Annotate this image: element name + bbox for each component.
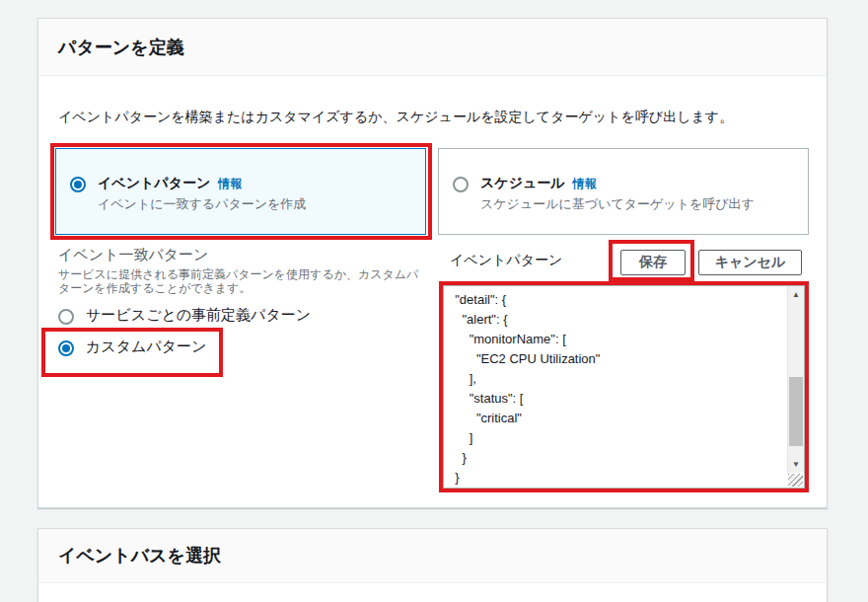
radio-schedule[interactable]: [453, 177, 469, 192]
tile-schedule-desc: スケジュールに基づいてターゲットを呼び出す: [480, 195, 755, 213]
radio-predefined-pattern[interactable]: [58, 309, 74, 325]
select-event-bus-card: イベントバスを選択: [37, 528, 828, 602]
tile-schedule-text: スケジュール 情報 スケジュールに基づいてターゲットを呼び出す: [480, 175, 755, 213]
select-event-bus-title: イベントバスを選択: [58, 544, 221, 567]
radio-custom-pattern[interactable]: [58, 340, 74, 356]
define-pattern-intro: イベントパターンを構築またはカスタマイズするか、スケジュールを設定してターゲット…: [58, 109, 733, 126]
tile-schedule[interactable]: スケジュール 情報 スケジュールに基づいてターゲットを呼び出す: [438, 148, 809, 235]
define-pattern-card: パターンを定義 イベントパターンを構築またはカスタマイズするか、スケジュールを設…: [37, 18, 828, 508]
option-predefined-label: サービスごとの事前定義パターン: [86, 306, 311, 325]
schedule-info-link[interactable]: 情報: [573, 176, 597, 192]
tile-event-pattern[interactable]: イベントパターン 情報 イベントに一致するパターンを作成: [55, 148, 426, 235]
select-event-bus-header: イベントバスを選択: [38, 529, 827, 583]
match-pattern-desc-line2: ターンを作成することができます。: [58, 280, 251, 297]
define-pattern-header: パターンを定義: [38, 19, 827, 76]
option-custom-label: カスタムパターン: [86, 338, 206, 356]
scrollbar-thumb[interactable]: [789, 377, 803, 446]
tile-schedule-label: スケジュール: [480, 175, 565, 192]
save-button[interactable]: 保存: [620, 250, 686, 275]
option-custom-pattern[interactable]: カスタムパターン: [58, 338, 206, 356]
tile-event-pattern-desc: イベントに一致するパターンを作成: [98, 195, 306, 213]
option-predefined-pattern[interactable]: サービスごとの事前定義パターン: [58, 306, 311, 325]
cancel-button[interactable]: キャンセル: [698, 250, 802, 275]
event-pattern-editor-label: イベントパターン: [450, 252, 562, 269]
define-pattern-title: パターンを定義: [58, 36, 184, 59]
editor-scrollbar[interactable]: ▲ ▼: [787, 286, 804, 473]
scroll-up-icon[interactable]: ▲: [788, 286, 804, 303]
tile-event-pattern-text: イベントパターン 情報 イベントに一致するパターンを作成: [98, 175, 306, 213]
radio-event-pattern[interactable]: [70, 177, 86, 192]
event-pattern-textarea[interactable]: "detail": { "alert": { "monitorName": [ …: [443, 285, 805, 489]
scroll-down-icon[interactable]: ▼: [788, 456, 804, 473]
event-pattern-json[interactable]: "detail": { "alert": { "monitorName": [ …: [444, 286, 786, 488]
match-pattern-heading: イベント一致パターン: [58, 246, 208, 264]
event-pattern-info-link[interactable]: 情報: [218, 176, 242, 192]
tile-event-pattern-label: イベントパターン: [98, 175, 210, 192]
resize-handle-icon[interactable]: [788, 474, 803, 487]
